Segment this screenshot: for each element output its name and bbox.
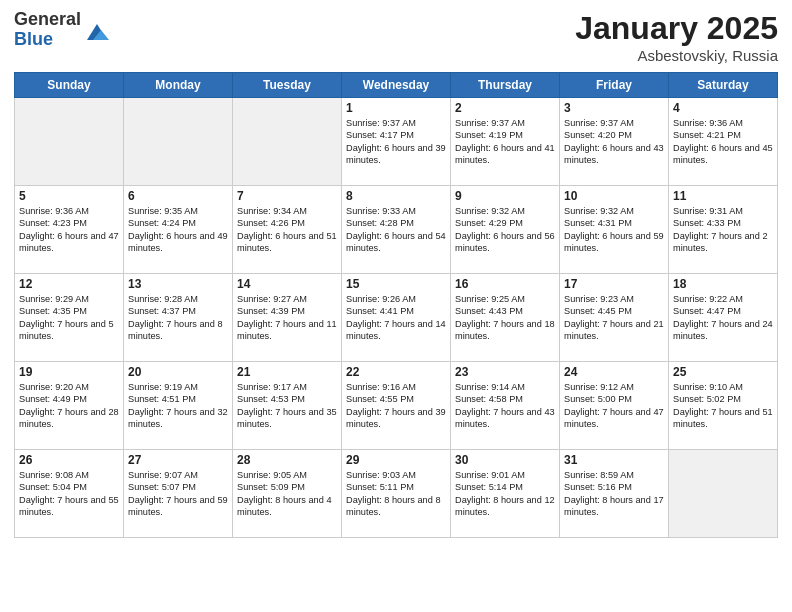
cell-info: Sunrise: 9:29 AM Sunset: 4:35 PM Dayligh… xyxy=(19,293,119,343)
table-row xyxy=(15,98,124,186)
logo-general: General xyxy=(14,10,81,30)
cell-info: Sunrise: 8:59 AM Sunset: 5:16 PM Dayligh… xyxy=(564,469,664,519)
cell-info: Sunrise: 9:19 AM Sunset: 4:51 PM Dayligh… xyxy=(128,381,228,431)
cell-info: Sunrise: 9:33 AM Sunset: 4:28 PM Dayligh… xyxy=(346,205,446,255)
cell-info: Sunrise: 9:37 AM Sunset: 4:17 PM Dayligh… xyxy=(346,117,446,167)
title-location: Asbestovskiy, Russia xyxy=(575,47,778,64)
table-row: 15Sunrise: 9:26 AM Sunset: 4:41 PM Dayli… xyxy=(342,274,451,362)
table-row: 28Sunrise: 9:05 AM Sunset: 5:09 PM Dayli… xyxy=(233,450,342,538)
logo: General Blue xyxy=(14,10,111,50)
cell-date: 31 xyxy=(564,453,664,467)
cell-date: 25 xyxy=(673,365,773,379)
cell-info: Sunrise: 9:03 AM Sunset: 5:11 PM Dayligh… xyxy=(346,469,446,519)
table-row: 26Sunrise: 9:08 AM Sunset: 5:04 PM Dayli… xyxy=(15,450,124,538)
table-row: 16Sunrise: 9:25 AM Sunset: 4:43 PM Dayli… xyxy=(451,274,560,362)
cell-date: 26 xyxy=(19,453,119,467)
col-wednesday: Wednesday xyxy=(342,73,451,98)
header: General Blue January 2025 Asbestovskiy, … xyxy=(14,10,778,64)
cell-date: 27 xyxy=(128,453,228,467)
calendar-week-row: 12Sunrise: 9:29 AM Sunset: 4:35 PM Dayli… xyxy=(15,274,778,362)
cell-date: 17 xyxy=(564,277,664,291)
table-row: 11Sunrise: 9:31 AM Sunset: 4:33 PM Dayli… xyxy=(669,186,778,274)
cell-date: 12 xyxy=(19,277,119,291)
col-friday: Friday xyxy=(560,73,669,98)
cell-date: 8 xyxy=(346,189,446,203)
calendar-header-row: Sunday Monday Tuesday Wednesday Thursday… xyxy=(15,73,778,98)
col-saturday: Saturday xyxy=(669,73,778,98)
cell-date: 22 xyxy=(346,365,446,379)
title-block: January 2025 Asbestovskiy, Russia xyxy=(575,10,778,64)
cell-info: Sunrise: 9:28 AM Sunset: 4:37 PM Dayligh… xyxy=(128,293,228,343)
table-row: 23Sunrise: 9:14 AM Sunset: 4:58 PM Dayli… xyxy=(451,362,560,450)
table-row: 31Sunrise: 8:59 AM Sunset: 5:16 PM Dayli… xyxy=(560,450,669,538)
cell-date: 15 xyxy=(346,277,446,291)
cell-info: Sunrise: 9:10 AM Sunset: 5:02 PM Dayligh… xyxy=(673,381,773,431)
cell-info: Sunrise: 9:34 AM Sunset: 4:26 PM Dayligh… xyxy=(237,205,337,255)
cell-date: 10 xyxy=(564,189,664,203)
table-row: 27Sunrise: 9:07 AM Sunset: 5:07 PM Dayli… xyxy=(124,450,233,538)
table-row: 5Sunrise: 9:36 AM Sunset: 4:23 PM Daylig… xyxy=(15,186,124,274)
table-row xyxy=(124,98,233,186)
table-row: 19Sunrise: 9:20 AM Sunset: 4:49 PM Dayli… xyxy=(15,362,124,450)
cell-info: Sunrise: 9:32 AM Sunset: 4:29 PM Dayligh… xyxy=(455,205,555,255)
logo-icon xyxy=(83,16,111,44)
logo-blue: Blue xyxy=(14,30,81,50)
cell-info: Sunrise: 9:08 AM Sunset: 5:04 PM Dayligh… xyxy=(19,469,119,519)
table-row: 10Sunrise: 9:32 AM Sunset: 4:31 PM Dayli… xyxy=(560,186,669,274)
cell-date: 3 xyxy=(564,101,664,115)
calendar-table: Sunday Monday Tuesday Wednesday Thursday… xyxy=(14,72,778,538)
table-row: 1Sunrise: 9:37 AM Sunset: 4:17 PM Daylig… xyxy=(342,98,451,186)
cell-date: 20 xyxy=(128,365,228,379)
table-row: 9Sunrise: 9:32 AM Sunset: 4:29 PM Daylig… xyxy=(451,186,560,274)
cell-info: Sunrise: 9:35 AM Sunset: 4:24 PM Dayligh… xyxy=(128,205,228,255)
calendar-week-row: 19Sunrise: 9:20 AM Sunset: 4:49 PM Dayli… xyxy=(15,362,778,450)
cell-info: Sunrise: 9:25 AM Sunset: 4:43 PM Dayligh… xyxy=(455,293,555,343)
cell-info: Sunrise: 9:20 AM Sunset: 4:49 PM Dayligh… xyxy=(19,381,119,431)
cell-date: 23 xyxy=(455,365,555,379)
table-row: 29Sunrise: 9:03 AM Sunset: 5:11 PM Dayli… xyxy=(342,450,451,538)
cell-info: Sunrise: 9:16 AM Sunset: 4:55 PM Dayligh… xyxy=(346,381,446,431)
table-row: 20Sunrise: 9:19 AM Sunset: 4:51 PM Dayli… xyxy=(124,362,233,450)
cell-info: Sunrise: 9:37 AM Sunset: 4:20 PM Dayligh… xyxy=(564,117,664,167)
cell-date: 18 xyxy=(673,277,773,291)
table-row xyxy=(233,98,342,186)
cell-date: 1 xyxy=(346,101,446,115)
table-row: 7Sunrise: 9:34 AM Sunset: 4:26 PM Daylig… xyxy=(233,186,342,274)
table-row: 22Sunrise: 9:16 AM Sunset: 4:55 PM Dayli… xyxy=(342,362,451,450)
table-row: 4Sunrise: 9:36 AM Sunset: 4:21 PM Daylig… xyxy=(669,98,778,186)
calendar-week-row: 5Sunrise: 9:36 AM Sunset: 4:23 PM Daylig… xyxy=(15,186,778,274)
cell-info: Sunrise: 9:36 AM Sunset: 4:21 PM Dayligh… xyxy=(673,117,773,167)
cell-date: 4 xyxy=(673,101,773,115)
cell-date: 9 xyxy=(455,189,555,203)
cell-info: Sunrise: 9:01 AM Sunset: 5:14 PM Dayligh… xyxy=(455,469,555,519)
cell-date: 2 xyxy=(455,101,555,115)
cell-date: 29 xyxy=(346,453,446,467)
cell-info: Sunrise: 9:17 AM Sunset: 4:53 PM Dayligh… xyxy=(237,381,337,431)
cell-date: 16 xyxy=(455,277,555,291)
cell-date: 19 xyxy=(19,365,119,379)
table-row: 14Sunrise: 9:27 AM Sunset: 4:39 PM Dayli… xyxy=(233,274,342,362)
cell-date: 21 xyxy=(237,365,337,379)
table-row: 12Sunrise: 9:29 AM Sunset: 4:35 PM Dayli… xyxy=(15,274,124,362)
logo-text: General Blue xyxy=(14,10,81,50)
table-row: 3Sunrise: 9:37 AM Sunset: 4:20 PM Daylig… xyxy=(560,98,669,186)
col-monday: Monday xyxy=(124,73,233,98)
cell-info: Sunrise: 9:31 AM Sunset: 4:33 PM Dayligh… xyxy=(673,205,773,255)
col-sunday: Sunday xyxy=(15,73,124,98)
cell-date: 13 xyxy=(128,277,228,291)
cell-info: Sunrise: 9:36 AM Sunset: 4:23 PM Dayligh… xyxy=(19,205,119,255)
table-row: 25Sunrise: 9:10 AM Sunset: 5:02 PM Dayli… xyxy=(669,362,778,450)
table-row xyxy=(669,450,778,538)
table-row: 17Sunrise: 9:23 AM Sunset: 4:45 PM Dayli… xyxy=(560,274,669,362)
cell-info: Sunrise: 9:22 AM Sunset: 4:47 PM Dayligh… xyxy=(673,293,773,343)
cell-date: 28 xyxy=(237,453,337,467)
cell-date: 5 xyxy=(19,189,119,203)
cell-info: Sunrise: 9:23 AM Sunset: 4:45 PM Dayligh… xyxy=(564,293,664,343)
col-tuesday: Tuesday xyxy=(233,73,342,98)
cell-date: 7 xyxy=(237,189,337,203)
table-row: 18Sunrise: 9:22 AM Sunset: 4:47 PM Dayli… xyxy=(669,274,778,362)
table-row: 2Sunrise: 9:37 AM Sunset: 4:19 PM Daylig… xyxy=(451,98,560,186)
cell-info: Sunrise: 9:12 AM Sunset: 5:00 PM Dayligh… xyxy=(564,381,664,431)
table-row: 30Sunrise: 9:01 AM Sunset: 5:14 PM Dayli… xyxy=(451,450,560,538)
cell-info: Sunrise: 9:32 AM Sunset: 4:31 PM Dayligh… xyxy=(564,205,664,255)
